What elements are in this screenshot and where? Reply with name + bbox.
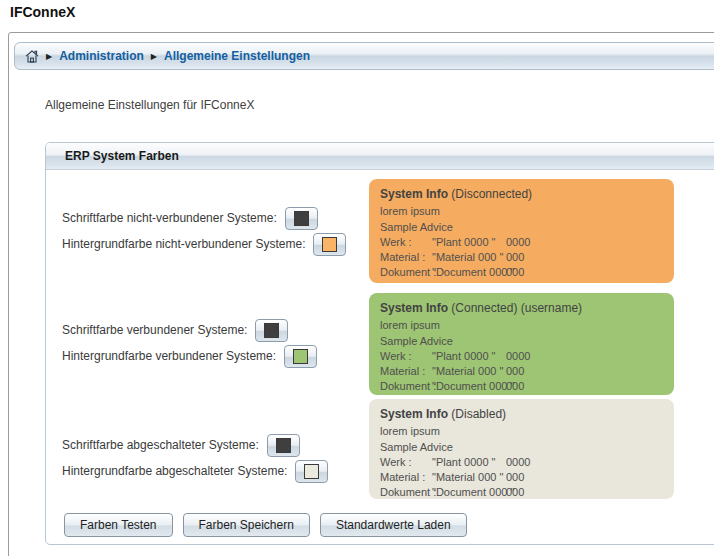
color-swatch-button[interactable]: [295, 460, 328, 483]
intro-text: Allgemeine Einstellungen für IFConneX: [45, 98, 254, 112]
preview-field-werk: Werk : "Plant 0000 " 0000: [380, 455, 663, 470]
field-number: 0000: [506, 455, 663, 470]
color-swatch: [293, 349, 308, 364]
preview-line: lorem ipsum: [380, 203, 663, 219]
color-swatch: [276, 438, 291, 453]
preview-line: Sample Advice: [380, 333, 663, 349]
field-label: Material :: [380, 470, 432, 485]
preview-title: System Info: [380, 407, 448, 421]
erp-system-farben-groupbox: ERP System Farben Schriftfarbe nicht-ver…: [45, 142, 714, 545]
preview-line: lorem ipsum: [380, 317, 663, 333]
field-value: "Plant 0000 ": [432, 235, 506, 250]
field-value: "Plant 0000 ": [432, 349, 506, 364]
field-label: Dokument :: [380, 379, 432, 394]
preview-field-werk: Werk : "Plant 0000 " 0000: [380, 349, 663, 364]
field-value: "Document 000 ": [432, 485, 506, 500]
farben-speichern-button[interactable]: Farben Speichern: [183, 513, 310, 537]
preview-line: Sample Advice: [380, 439, 663, 455]
color-swatch-button[interactable]: [284, 345, 317, 368]
field-number: 000: [506, 265, 663, 280]
field-value: "Document 000 ": [432, 379, 506, 394]
field-number: 000: [506, 470, 663, 485]
field-value: "Material 000 ": [432, 470, 506, 485]
field-number: 0000: [506, 349, 663, 364]
color-row-label: Schriftfarbe verbundener Systeme:: [62, 323, 247, 337]
preview-line: Sample Advice: [380, 219, 663, 235]
chevron-right-icon: ▶: [151, 52, 157, 61]
field-value: "Material 000 ": [432, 250, 506, 265]
home-icon[interactable]: [25, 50, 39, 63]
color-row-label: Schriftfarbe abgeschalteter Systeme:: [62, 438, 259, 452]
preview-field-dokument: Dokument : "Document 000 " 000: [380, 379, 663, 394]
preview-title-line: System Info (Connected) (username): [380, 300, 663, 317]
field-value: "Plant 0000 ": [432, 455, 506, 470]
preview-status: (Disconnected): [451, 187, 532, 201]
color-row-label: Hintergrundfarbe verbundener Systeme:: [62, 349, 276, 363]
field-label: Werk :: [380, 235, 432, 250]
preview-field-material: Material : "Material 000 " 000: [380, 470, 663, 485]
preview-status: (Disabled): [451, 407, 506, 421]
color-swatch: [304, 464, 319, 479]
field-label: Werk :: [380, 455, 432, 470]
color-row-font-disabled: Schriftfarbe abgeschalteter Systeme:: [62, 432, 300, 458]
preview-title: System Info: [380, 301, 448, 315]
breadcrumb-item-administration[interactable]: Administration: [59, 49, 144, 63]
color-swatch-button[interactable]: [255, 319, 288, 342]
preview-disconnected: System Info (Disconnected) lorem ipsum S…: [369, 179, 674, 283]
color-row-bg-disabled: Hintergrundfarbe abgeschalteter Systeme:: [62, 458, 328, 484]
color-row-font-connected: Schriftfarbe verbundener Systeme:: [62, 317, 288, 343]
color-row-label: Hintergrundfarbe abgeschalteter Systeme:: [62, 464, 287, 478]
color-row-font-disconnected: Schriftfarbe nicht-verbundener Systeme:: [62, 205, 318, 231]
preview-title-line: System Info (Disabled): [380, 406, 663, 423]
page-title: IFConneX: [10, 4, 75, 20]
preview-disabled: System Info (Disabled) lorem ipsum Sampl…: [369, 399, 674, 499]
breadcrumb-item-allgemeine-einstellungen[interactable]: Allgemeine Einstellungen: [164, 49, 310, 63]
groupbox-title: ERP System Farben: [65, 149, 179, 163]
field-value: "Document 000 ": [432, 265, 506, 280]
field-label: Dokument :: [380, 485, 432, 500]
groupbox-header: ERP System Farben: [46, 143, 714, 170]
breadcrumb: ▶ Administration ▶ Allgemeine Einstellun…: [14, 42, 714, 70]
farben-testen-button[interactable]: Farben Testen: [64, 513, 173, 537]
preview-status: (Connected) (username): [451, 301, 582, 315]
color-swatch-button[interactable]: [267, 434, 300, 457]
color-swatch: [322, 237, 337, 252]
field-number: 000: [506, 364, 663, 379]
preview-field-material: Material : "Material 000 " 000: [380, 364, 663, 379]
preview-field-werk: Werk : "Plant 0000 " 0000: [380, 235, 663, 250]
color-swatch-button[interactable]: [285, 207, 318, 230]
preview-connected: System Info (Connected) (username) lorem…: [369, 293, 674, 395]
chevron-right-icon: ▶: [46, 52, 52, 61]
field-number: 000: [506, 485, 663, 500]
preview-field-dokument: Dokument : "Document 000 " 000: [380, 265, 663, 280]
preview-line: lorem ipsum: [380, 423, 663, 439]
color-row-label: Hintergrundfarbe nicht-verbundener Syste…: [62, 237, 305, 251]
field-value: "Material 000 ": [432, 364, 506, 379]
preview-field-material: Material : "Material 000 " 000: [380, 250, 663, 265]
app-window: IFConneX ▶ Administration ▶ Allgemeine E…: [0, 0, 714, 556]
standardwerte-laden-button[interactable]: Standardwerte Laden: [320, 513, 467, 537]
color-swatch: [264, 323, 279, 338]
action-button-row: Farben Testen Farben Speichern Standardw…: [64, 513, 467, 537]
field-label: Werk :: [380, 349, 432, 364]
field-number: 000: [506, 250, 663, 265]
color-row-bg-disconnected: Hintergrundfarbe nicht-verbundener Syste…: [62, 231, 346, 257]
field-label: Dokument :: [380, 265, 432, 280]
color-row-label: Schriftfarbe nicht-verbundener Systeme:: [62, 211, 277, 225]
preview-field-dokument: Dokument : "Document 000 " 000: [380, 485, 663, 500]
field-label: Material :: [380, 250, 432, 265]
field-number: 0000: [506, 235, 663, 250]
color-swatch: [294, 211, 309, 226]
color-row-bg-connected: Hintergrundfarbe verbundener Systeme:: [62, 343, 317, 369]
preview-title: System Info: [380, 187, 448, 201]
color-swatch-button[interactable]: [313, 233, 346, 256]
field-number: 000: [506, 379, 663, 394]
preview-title-line: System Info (Disconnected): [380, 186, 663, 203]
field-label: Material :: [380, 364, 432, 379]
